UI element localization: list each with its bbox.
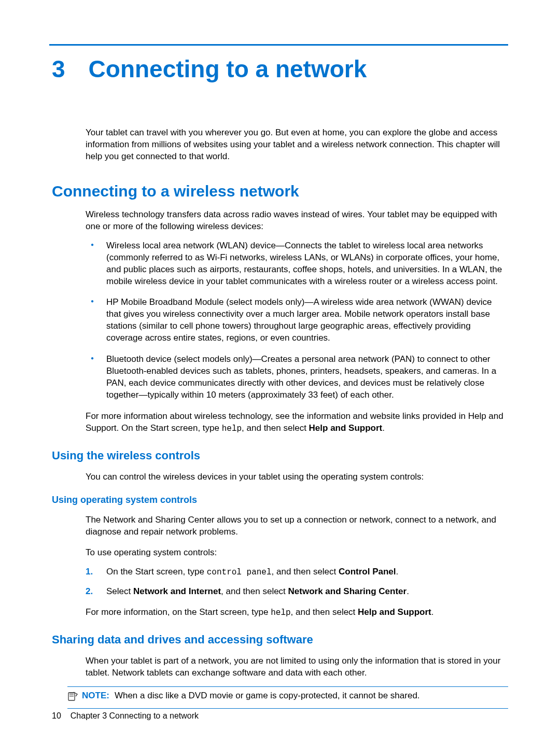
subsection-heading-sharing-data: Sharing data and drives and accessing so… [52,633,508,646]
text-fragment: For more information, on the Start scree… [86,607,271,617]
chapter-title: Connecting to a network [89,55,367,83]
page-footer: 10Chapter 3 Connecting to a network [52,711,199,721]
note-content: NOTE:When a disc like a DVD movie or gam… [82,690,420,702]
chapter-reference: Chapter 3 Connecting to a network [71,711,199,720]
text-fragment: , and then select [291,607,358,617]
text-fragment: , and then select [242,423,309,433]
bold-text: Help and Support [358,607,431,617]
os-controls-steps: On the Start screen, type control panel,… [86,566,508,598]
subsection-heading-wireless-controls: Using the wireless controls [52,449,508,462]
text-fragment: . [431,607,434,617]
paragraph: When your tablet is part of a network, y… [86,655,508,679]
code-text: help [271,608,290,617]
section-heading-wireless-network: Connecting to a wireless network [52,182,508,200]
list-item: On the Start screen, type control panel,… [86,566,508,579]
subsubsection-heading-os-controls: Using operating system controls [52,495,508,505]
wireless-devices-list: Wireless local area network (WLAN) devic… [86,240,508,401]
page-number: 10 [52,711,61,720]
bold-text: Network and Sharing Center [288,586,407,596]
bold-text: Control Panel [339,567,396,577]
paragraph: To use operating system controls: [86,547,508,559]
note-callout: NOTE:When a disc like a DVD movie or gam… [67,686,508,709]
note-label: NOTE: [82,691,109,700]
chapter-heading: 3 Connecting to a network [52,55,508,83]
text-fragment: . [382,423,385,433]
chapter-rule [49,44,508,46]
code-text: control panel [207,568,272,577]
list-item: Select Network and Internet, and then se… [86,586,508,598]
bold-text: Help and Support [309,423,383,433]
text-fragment: . [407,586,409,596]
paragraph: For more information about wireless tech… [86,411,508,435]
paragraph: For more information, on the Start scree… [86,607,508,619]
text-fragment: , and then select [272,567,339,577]
text-fragment: On the Start screen, type [106,567,207,577]
code-text: help [222,424,242,433]
bold-text: Network and Internet [133,586,221,596]
note-text: When a disc like a DVD movie or game is … [115,691,420,700]
paragraph: You can control the wireless devices in … [86,471,508,483]
list-item: Bluetooth device (select models only)—Cr… [86,354,508,401]
text-fragment: Select [106,586,133,596]
paragraph: The Network and Sharing Center allows yo… [86,514,508,538]
text-fragment: , and then select [221,586,288,596]
document-page: 3 Connecting to a network Your tablet ca… [0,0,560,745]
list-item: HP Mobile Broadband Module (select model… [86,297,508,344]
paragraph: Wireless technology transfers data acros… [86,209,508,233]
list-item: Wireless local area network (WLAN) devic… [86,240,508,288]
chapter-number: 3 [52,55,65,83]
note-icon [67,691,78,705]
intro-paragraph: Your tablet can travel with you wherever… [86,127,508,163]
text-fragment: . [396,567,399,577]
